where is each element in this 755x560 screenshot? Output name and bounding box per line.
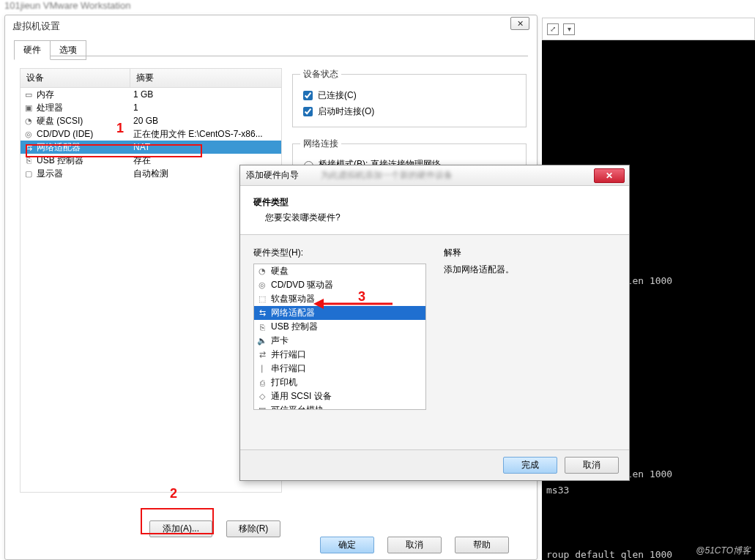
hardware-icon: ⎘ (257, 322, 267, 332)
device-summary: 正在使用文件 E:\CentOS-7-x86... (133, 128, 278, 141)
add-button[interactable]: 添加(A)... (149, 520, 212, 537)
device-row[interactable]: ⇆网络适配器NAT (21, 141, 281, 154)
remove-button[interactable]: 移除(R) (226, 520, 280, 537)
finish-button[interactable]: 完成 (503, 457, 557, 474)
hardware-label: 软盘驱动器 (271, 293, 315, 305)
explain-column: 解释 添加网络适配器。 (444, 247, 617, 410)
status-legend: 设备状态 (300, 68, 341, 81)
col-summary: 摘要 (130, 69, 281, 87)
hardware-type-item[interactable]: ◎CD/DVD 驱动器 (254, 278, 425, 292)
device-name: 处理器 (37, 102, 63, 114)
device-icon: ◎ (23, 129, 34, 139)
hardware-type-item[interactable]: ∣串行端口 (254, 362, 425, 376)
hardware-label: 并行端口 (271, 348, 306, 361)
connected-label: 已连接(C) (318, 89, 357, 102)
hardware-label: 串行端口 (271, 362, 306, 375)
hardware-type-item[interactable]: ⇄并行端口 (254, 348, 425, 362)
wizard-title-text: 添加硬件向导 (246, 169, 299, 182)
wizard-heading: 硬件类型 (253, 196, 616, 209)
hardware-label: 声卡 (271, 335, 289, 347)
hardware-icon: ⎙ (257, 378, 267, 388)
ok-button[interactable]: 确定 (320, 537, 374, 553)
device-name: 网络适配器 (37, 141, 81, 154)
hardware-label: CD/DVD 驱动器 (271, 279, 333, 291)
hardware-label: 通用 SCSI 设备 (271, 390, 332, 403)
help-button[interactable]: 帮助 (455, 537, 509, 553)
device-status-group: 设备状态 已连接(C) 启动时连接(O) (292, 68, 527, 127)
device-icon: ⎘ (23, 155, 34, 165)
device-name: 内存 (37, 89, 54, 101)
hardware-icon: ◇ (257, 392, 267, 402)
hardware-label: 硬盘 (271, 265, 289, 277)
tab-hardware[interactable]: 硬件 (14, 40, 51, 60)
device-row[interactable]: ◔硬盘 (SCSI)20 GB (21, 114, 281, 127)
hardware-type-item[interactable]: ⇆网络适配器 (254, 306, 425, 320)
wizard-title: 添加硬件向导 为此虚拟机添加一个新的硬件设备 (240, 165, 629, 186)
hardware-icon: ⬚ (257, 294, 267, 305)
hardware-type-item[interactable]: ▤可信平台模块 (254, 403, 425, 410)
connected-checkbox[interactable]: 已连接(C) (300, 89, 518, 102)
hardware-type-label: 硬件类型(H): (253, 247, 426, 259)
device-row[interactable]: ▭内存1 GB (21, 88, 281, 101)
tab-separator (14, 56, 528, 56)
connect-at-power-checkbox[interactable]: 启动时连接(O) (300, 105, 518, 119)
net-legend: 网络连接 (300, 138, 341, 150)
wizard-subtitle-blur: 为此虚拟机添加一个新的硬件设备 (321, 169, 453, 182)
wizard-close-button[interactable]: ✕ (594, 168, 625, 183)
device-icon: ⇆ (23, 142, 34, 152)
device-summary: 1 GB (133, 89, 278, 100)
terminal-toolbar: ⤢ ▾ (542, 18, 755, 40)
settings-tabs: 硬件 选项 (14, 40, 86, 60)
watermark: @51CTO博客 (696, 545, 751, 557)
device-icon: ▣ (23, 102, 34, 113)
explain-label: 解释 (444, 247, 617, 259)
app-titlebar: 101jieun VMware Workstation (4, 0, 130, 15)
hardware-type-column: 硬件类型(H): ◔硬盘◎CD/DVD 驱动器⬚软盘驱动器⇆网络适配器⎘USB … (253, 247, 426, 410)
device-name: USB 控制器 (37, 154, 83, 167)
device-name: 硬盘 (SCSI) (37, 115, 83, 127)
hardware-label: USB 控制器 (271, 321, 318, 333)
device-name: CD/DVD (IDE) (37, 129, 93, 139)
close-icon[interactable]: ✕ (510, 17, 529, 30)
wizard-body: 硬件类型(H): ◔硬盘◎CD/DVD 驱动器⬚软盘驱动器⇆网络适配器⎘USB … (240, 235, 629, 422)
col-device: 设备 (21, 69, 130, 87)
hardware-label: 网络适配器 (271, 307, 315, 319)
hardware-icon: ⇆ (257, 308, 267, 318)
expand-icon[interactable]: ⤢ (547, 23, 559, 35)
tab-options[interactable]: 选项 (50, 40, 86, 60)
hardware-icon: 🔈 (257, 336, 267, 346)
add-hardware-wizard: 添加硬件向导 为此虚拟机添加一个新的硬件设备 ✕ 硬件类型 您要安装哪类硬件? … (239, 165, 630, 481)
wizard-footer: 完成 取消 (240, 449, 629, 480)
hardware-icon: ⇄ (257, 350, 267, 360)
hardware-icon: ◎ (257, 280, 267, 291)
hardware-type-item[interactable]: ⎘USB 控制器 (254, 320, 425, 334)
device-icon: ▭ (23, 89, 34, 100)
hardware-type-item[interactable]: ⬚软盘驱动器 (254, 292, 425, 306)
device-summary: NAT (133, 142, 278, 152)
dropdown-icon[interactable]: ▾ (563, 23, 575, 35)
hardware-type-list[interactable]: ◔硬盘◎CD/DVD 驱动器⬚软盘驱动器⇆网络适配器⎘USB 控制器🔈声卡⇄并行… (253, 264, 426, 410)
device-row[interactable]: ▣处理器1 (21, 101, 281, 114)
hardware-label: 打印机 (271, 376, 297, 389)
wizard-subheading: 您要安装哪类硬件? (265, 212, 616, 224)
wizard-cancel-button[interactable]: 取消 (565, 457, 619, 474)
device-summary: 20 GB (133, 116, 278, 126)
hardware-type-item[interactable]: 🔈声卡 (254, 334, 425, 348)
device-row[interactable]: ◎CD/DVD (IDE)正在使用文件 E:\CentOS-7-x86... (21, 127, 281, 141)
connect-at-power-label: 启动时连接(O) (318, 105, 374, 118)
hardware-icon: ▤ (257, 406, 267, 411)
hardware-type-item[interactable]: ⎙打印机 (254, 376, 425, 389)
hardware-type-item[interactable]: ◇通用 SCSI 设备 (254, 389, 425, 403)
device-summary: 1 (133, 102, 278, 113)
hardware-type-item[interactable]: ◔硬盘 (254, 264, 425, 278)
hardware-icon: ◔ (257, 266, 267, 277)
device-icon: ◔ (23, 116, 34, 126)
hardware-icon: ∣ (257, 364, 267, 374)
explain-text: 添加网络适配器。 (444, 264, 617, 276)
cancel-button[interactable]: 取消 (387, 537, 442, 553)
device-name: 显示器 (37, 168, 63, 180)
dialog-title: 虚拟机设置 (12, 20, 60, 33)
device-list-header: 设备 摘要 (21, 69, 281, 88)
wizard-header: 硬件类型 您要安装哪类硬件? (240, 186, 629, 235)
hardware-label: 可信平台模块 (271, 404, 324, 410)
